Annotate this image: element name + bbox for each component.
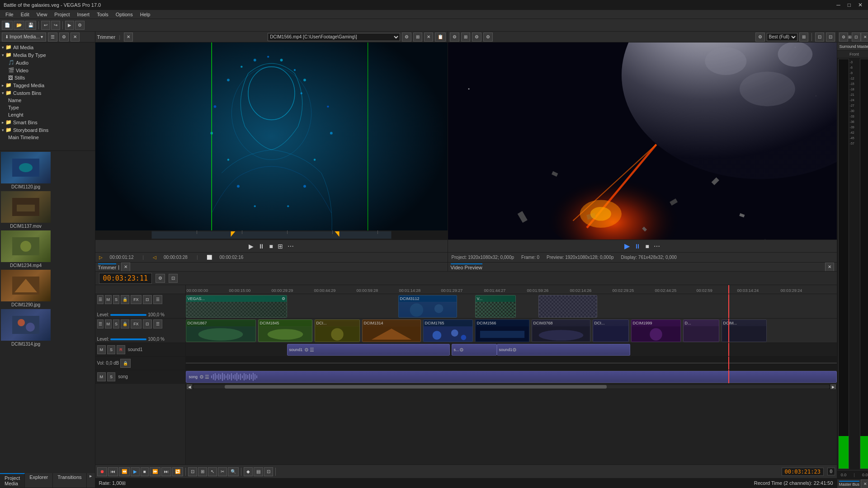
undo-btn[interactable]: ↩ (41, 21, 50, 30)
trim-pause-btn[interactable]: ⏸ (257, 242, 265, 251)
vp-stop-btn[interactable]: ■ (644, 242, 650, 251)
clip-dcim1845[interactable]: DCIM1845 (258, 319, 312, 342)
region-btn[interactable]: ▤ (254, 467, 263, 476)
marker-btn[interactable]: ◆ (244, 467, 253, 476)
redo-btn[interactable]: ↪ (51, 21, 60, 30)
menu-options[interactable]: Options (112, 12, 137, 17)
menu-insert[interactable]: Insert (74, 12, 94, 17)
trimmer-tab-label[interactable]: Trimmer (98, 263, 117, 270)
tab-project-media[interactable]: Project Media (0, 473, 25, 488)
track-2-solo[interactable]: S (113, 319, 119, 328)
tree-type[interactable]: Type (0, 104, 95, 111)
zoom-btn[interactable]: 🔍 (228, 467, 239, 476)
clip-dcim-end[interactable]: DCIM... (722, 319, 767, 342)
tab-transitions[interactable]: Transitions (53, 473, 86, 488)
snap-btn[interactable]: ⊡ (188, 467, 197, 476)
thumbnail-dcim1234[interactable]: DCIM1234.mp4 (1, 230, 51, 268)
tl-marker-btn[interactable]: ⊡ (169, 274, 178, 283)
rp-btn2[interactable]: ⊡ (852, 33, 861, 42)
tab-explorer[interactable]: Explorer (25, 473, 53, 488)
audio-clip-sound1-a[interactable]: sound1 ⚙ ☰ (287, 344, 450, 356)
vp-tab-close[interactable]: ✕ (825, 263, 834, 272)
open-btn[interactable]: 📂 (14, 21, 24, 30)
tree-media-by-type[interactable]: ▾ 📁 Media By Type (0, 51, 95, 59)
track-1-expand[interactable]: ☰ (97, 295, 104, 304)
import-media-button[interactable]: ⬇ Import Media... ▾ (2, 33, 46, 42)
vp-quality-select[interactable]: Best (Full) (767, 33, 797, 41)
trimmer-tool2-btn[interactable]: ✕ (424, 33, 433, 42)
clip-dcim1999[interactable]: DCIM1999 (631, 319, 681, 342)
scroll-left-btn[interactable]: ◀ (187, 385, 192, 389)
panel-expand-icon[interactable]: ▸ (87, 473, 95, 488)
vp-grid-btn[interactable]: ⊞ (799, 33, 808, 42)
trimmer-path-dropdown[interactable]: DCIM1566.mp4 [C:\User\Footage\Gaming\] (268, 33, 400, 41)
audio-1-solo[interactable]: S (107, 345, 115, 354)
tree-storyboard-bins[interactable]: ▾ 📁 Storyboard Bins (0, 126, 95, 134)
thumbnail-dcim1290[interactable]: DCIM1290.jpg (1, 270, 51, 307)
rewind-to-start-btn[interactable]: ⏮ (108, 467, 118, 476)
vp-tab-label[interactable]: Video Preview (451, 263, 482, 270)
vp-tool1-btn[interactable]: ⊞ (461, 33, 470, 42)
track-1-fx[interactable]: FX (131, 295, 142, 304)
rp-settings-btn[interactable]: ⚙ (839, 33, 848, 42)
tree-stills[interactable]: 🖼 Stills (0, 74, 95, 81)
properties-btn[interactable]: ⚙ (75, 21, 85, 30)
tree-name[interactable]: Name (0, 97, 95, 104)
thumbnail-dcim1120[interactable]: DCIM1120.jpg (1, 152, 51, 189)
tree-tagged-media[interactable]: ▸ 📁 Tagged Media (0, 81, 95, 89)
clip-dcim3768[interactable]: DCIM3768 (532, 319, 590, 342)
master-bus-close[interactable]: ✕ (861, 479, 868, 488)
vp-tool5-btn[interactable]: ⊡ (826, 33, 835, 42)
vp-tool2-btn[interactable]: ⚙ (472, 33, 481, 42)
clip-dci-unknown[interactable]: DCI... (315, 319, 360, 342)
track-2-expand[interactable]: ☰ (97, 319, 104, 328)
close-btn[interactable]: ✕ (856, 2, 864, 8)
audio-1-mute[interactable]: M (97, 345, 106, 354)
tree-audio[interactable]: 🎵 Audio (0, 59, 95, 66)
rp-close-btn[interactable]: ✕ (861, 33, 868, 42)
menu-project[interactable]: Project (51, 12, 73, 17)
track-1-mute[interactable]: M (105, 295, 112, 304)
ripple-btn[interactable]: ⊞ (198, 467, 207, 476)
rewind-btn[interactable]: ⏪ (119, 467, 130, 476)
song-mute[interactable]: M (97, 372, 106, 381)
clip-dcim1765[interactable]: DCIM1765 (423, 319, 473, 342)
vp-settings-btn[interactable]: ⚙ (450, 33, 459, 42)
song-solo[interactable]: S (107, 372, 115, 381)
track-1-more[interactable]: ⊡ (143, 295, 152, 304)
clip-dcim1566[interactable]: DCIM1566 (475, 319, 529, 342)
vp-tool3-btn[interactable]: ⚙ (483, 33, 493, 42)
timeline-scrollbar[interactable]: ◀ ▶ (186, 384, 837, 389)
render-btn[interactable]: ▶ (65, 21, 74, 30)
minimize-btn[interactable]: ─ (835, 2, 842, 8)
clip-dcim3112[interactable]: DCIM3112 (398, 295, 457, 318)
tree-custom-bins[interactable]: ▾ 📁 Custom Bins (0, 89, 95, 97)
audio-clip-song[interactable]: song ⚙ ☰ (186, 371, 837, 383)
menu-view[interactable]: View (33, 12, 51, 17)
track-1-lock[interactable]: 🔒 (121, 295, 129, 304)
track-1-solo[interactable]: S (113, 295, 119, 304)
vol-lock-btn[interactable]: 🔒 (120, 359, 131, 368)
trimmer-timeline[interactable] (95, 230, 448, 239)
trimmer-tool1-btn[interactable]: ⊞ (413, 33, 422, 42)
track-2-settings[interactable]: ☰ (153, 319, 162, 328)
track-2-more[interactable]: ⊡ (143, 319, 152, 328)
track-2-lock[interactable]: 🔒 (121, 319, 129, 328)
clip-empty-checker[interactable] (538, 295, 597, 318)
trimmer-settings-btn[interactable]: ⚙ (402, 33, 411, 42)
tree-main-timeline[interactable]: Main Timeline (0, 134, 95, 141)
clip-track1-left[interactable]: VEGAS... ⚙ (186, 295, 287, 318)
track-1-level-slider[interactable] (110, 314, 146, 316)
edit-tool-btn[interactable]: ✂ (218, 467, 227, 476)
tree-all-media[interactable]: ▾ 📁 All Media (0, 43, 95, 51)
clip-dcim1867[interactable]: DCIM1867 (186, 319, 256, 342)
trimmer-tab-close[interactable]: ✕ (121, 263, 130, 272)
tree-video[interactable]: 🎬 Video (0, 66, 95, 74)
clip-dcim1314[interactable]: DCIM1314 (362, 319, 421, 342)
loop-btn[interactable]: 🔁 (172, 467, 183, 476)
thumbnail-dcim1314[interactable]: DCIM1314.jpg (1, 309, 51, 347)
track-2-level-slider[interactable] (110, 338, 146, 340)
audio-clip-sound1-c[interactable]: sound1 ⚙ (497, 344, 630, 356)
trim-stop-btn[interactable]: ■ (268, 242, 274, 251)
trimmer-close-btn[interactable]: ✕ (124, 33, 133, 42)
